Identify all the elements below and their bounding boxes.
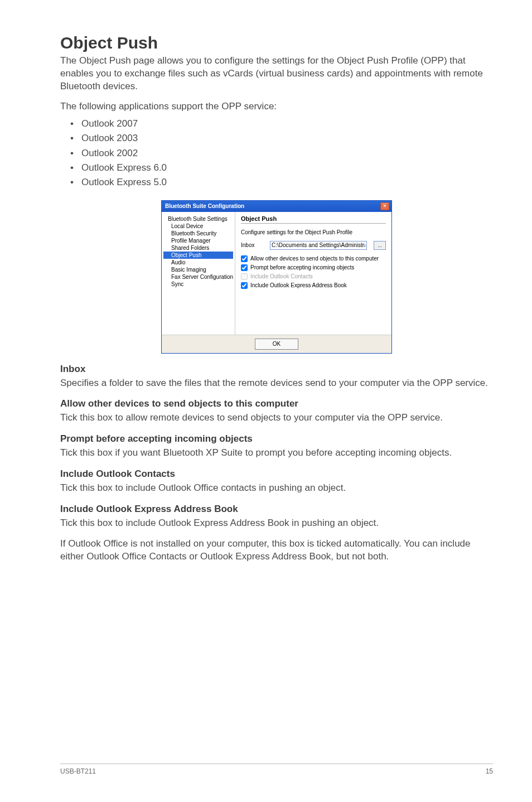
screenshot-wrapper: Bluetooth Suite Configuration × Bluetoot… bbox=[60, 200, 493, 354]
section-prompt-body: Tick this box if you want Bluetooth XP S… bbox=[60, 447, 493, 460]
intro-paragraph: The Object Push page allows you to confi… bbox=[60, 55, 493, 93]
footer-product: USB-BT211 bbox=[60, 767, 96, 775]
checkbox-prompt-label: Prompt before accepting incoming objects bbox=[250, 264, 354, 270]
page-title: Object Push bbox=[60, 33, 493, 52]
button-bar: OK bbox=[162, 335, 391, 353]
checkbox-prompt[interactable]: Prompt before accepting incoming objects bbox=[241, 264, 386, 271]
section-express-body2: If Outlook Office is not installed on yo… bbox=[60, 538, 493, 563]
tree-item-sync[interactable]: Sync bbox=[163, 281, 233, 288]
tree-root[interactable]: Bluetooth Suite Settings bbox=[163, 215, 233, 223]
checkbox-allow-label: Allow other devices to send objects to t… bbox=[250, 255, 379, 262]
list-item: Outlook Express 6.0 bbox=[70, 161, 493, 175]
tree-item-fax-server[interactable]: Fax Server Configuration bbox=[163, 273, 233, 281]
tree-item-audio[interactable]: Audio bbox=[163, 259, 233, 266]
nav-tree: Bluetooth Suite Settings Local Device Bl… bbox=[162, 212, 235, 335]
window-title: Bluetooth Suite Configuration bbox=[165, 203, 244, 209]
panel-separator bbox=[241, 223, 386, 224]
section-inbox-heading: Inbox bbox=[60, 364, 493, 375]
checkbox-allow-input[interactable] bbox=[241, 255, 248, 262]
list-item: Outlook 2007 bbox=[70, 117, 493, 131]
tree-item-profile-manager[interactable]: Profile Manager bbox=[163, 237, 233, 244]
checkbox-prompt-input[interactable] bbox=[241, 264, 248, 271]
footer-separator bbox=[60, 764, 493, 764]
section-express-body1: Tick this box to include Outlook Express… bbox=[60, 517, 493, 530]
checkbox-allow[interactable]: Allow other devices to send objects to t… bbox=[241, 255, 386, 262]
settings-panel: Object Push Configure settings for the O… bbox=[235, 212, 391, 335]
checkbox-express[interactable]: Include Outlook Express Address Book bbox=[241, 282, 386, 289]
ok-button[interactable]: OK bbox=[255, 339, 298, 350]
list-item: Outlook Express 5.0 bbox=[70, 175, 493, 190]
tree-item-bluetooth-security[interactable]: Bluetooth Security bbox=[163, 230, 233, 237]
checkbox-express-label: Include Outlook Express Address Book bbox=[250, 282, 347, 288]
close-icon[interactable]: × bbox=[380, 202, 389, 210]
panel-title: Object Push bbox=[241, 215, 386, 222]
page-footer: USB-BT211 15 bbox=[60, 764, 493, 775]
browse-button[interactable]: ... bbox=[374, 241, 386, 250]
inbox-label: Inbox bbox=[241, 242, 263, 248]
config-window: Bluetooth Suite Configuration × Bluetoot… bbox=[161, 200, 392, 354]
app-list: Outlook 2007 Outlook 2003 Outlook 2002 O… bbox=[70, 117, 493, 190]
section-allow-body: Tick this box to allow remote devices to… bbox=[60, 412, 493, 424]
checkbox-contacts-label: Include Outlook Contacts bbox=[250, 273, 313, 279]
footer-page-number: 15 bbox=[486, 767, 493, 775]
tree-item-basic-imaging[interactable]: Basic Imaging bbox=[163, 266, 233, 273]
section-express-heading: Include Outlook Express Address Book bbox=[60, 504, 493, 515]
checkbox-contacts: Include Outlook Contacts bbox=[241, 273, 386, 280]
checkbox-express-input[interactable] bbox=[241, 282, 248, 289]
tree-item-shared-folders[interactable]: Shared Folders bbox=[163, 244, 233, 252]
section-inbox-body: Specifies a folder to save the files tha… bbox=[60, 377, 493, 390]
support-line: The following applications support the O… bbox=[60, 101, 493, 112]
section-allow-heading: Allow other devices to send objects to t… bbox=[60, 398, 493, 409]
checkbox-contacts-input bbox=[241, 273, 248, 280]
section-contacts-body: Tick this box to include Outlook Office … bbox=[60, 482, 493, 495]
section-prompt-heading: Prompt before accepting incoming objects bbox=[60, 433, 493, 445]
tree-item-local-device[interactable]: Local Device bbox=[163, 223, 233, 230]
panel-description: Configure settings for the Object Push P… bbox=[241, 229, 386, 235]
section-contacts-heading: Include Outlook Contacts bbox=[60, 468, 493, 480]
inbox-input[interactable] bbox=[270, 241, 367, 250]
window-titlebar: Bluetooth Suite Configuration × bbox=[162, 201, 391, 212]
tree-item-object-push[interactable]: Object Push bbox=[163, 252, 233, 259]
list-item: Outlook 2002 bbox=[70, 146, 493, 161]
list-item: Outlook 2003 bbox=[70, 131, 493, 146]
